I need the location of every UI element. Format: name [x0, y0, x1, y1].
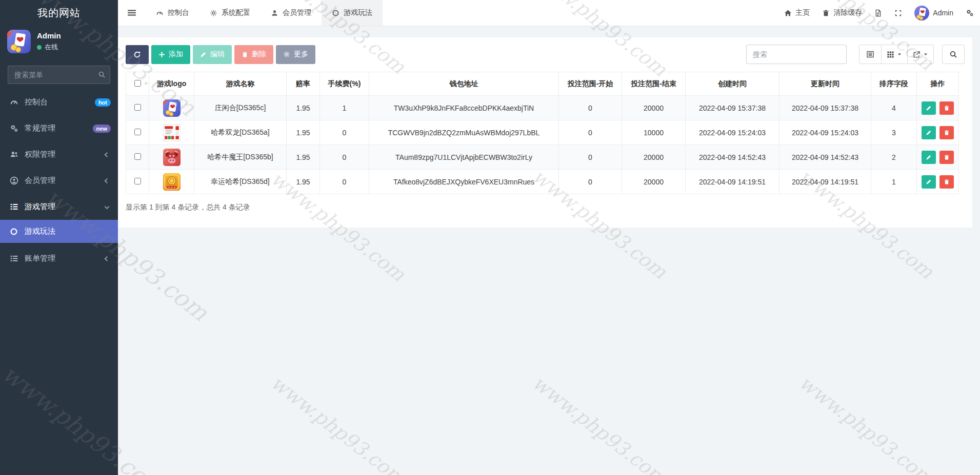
- tachometer-icon: [156, 9, 164, 17]
- columns-toggle-button[interactable]: [882, 45, 908, 64]
- row-edit-button[interactable]: [922, 151, 936, 164]
- tab-members[interactable]: 会员管理: [261, 0, 322, 26]
- avatar: [7, 30, 31, 53]
- language-file-button[interactable]: [874, 9, 882, 17]
- col-header-logo[interactable]: 游戏logo: [149, 72, 194, 96]
- sidebar-item-dashboard[interactable]: 控制台 hot: [0, 89, 118, 115]
- search-submit-button[interactable]: [942, 45, 965, 64]
- col-header-sort[interactable]: 排序字段: [871, 72, 917, 96]
- tab-dashboard[interactable]: 控制台: [146, 0, 199, 26]
- detail-view-button[interactable]: [859, 45, 882, 64]
- online-status-label: 在线: [45, 43, 58, 52]
- row-delete-button[interactable]: [939, 126, 954, 139]
- row-edit-button[interactable]: [922, 126, 936, 139]
- col-header-fee[interactable]: 手续费(%): [320, 72, 369, 96]
- top-navbar: 控制台 系统配置 会员管理 游戏玩法 主页: [118, 0, 980, 26]
- row-edit-button[interactable]: [922, 175, 936, 189]
- tab-system-config[interactable]: 系统配置: [199, 0, 261, 26]
- col-header-created[interactable]: 创建时间: [686, 72, 779, 96]
- table-row: 哈希牛魔王[DS365b] 1.95 0 TAum89zpg7U1LCVjtAp…: [126, 145, 959, 170]
- toolbar-right: [746, 45, 965, 64]
- expand-arrows-icon: [894, 9, 902, 17]
- sort-value: 4: [871, 96, 917, 120]
- refresh-button[interactable]: [126, 45, 149, 64]
- site-title: 我的网站: [0, 0, 118, 26]
- row-delete-button[interactable]: [939, 175, 954, 189]
- col-header-updated[interactable]: 更新时间: [779, 72, 871, 96]
- tab-game-play[interactable]: 游戏玩法: [322, 0, 383, 26]
- bet-range-end: 20000: [622, 145, 686, 170]
- sidebar-item-label: 会员管理: [25, 176, 55, 185]
- delete-button[interactable]: 删除: [234, 45, 273, 64]
- row-checkbox[interactable]: [134, 104, 141, 111]
- created-time: 2022-04-09 15:37:38: [686, 96, 779, 120]
- table-search-input[interactable]: [746, 45, 847, 64]
- wallet-address: TCGWVB9jn2dBZQ2zmMuAsWBMdoj297LbBL: [369, 120, 559, 145]
- home-label: 主页: [795, 8, 810, 17]
- chevron-down-icon: [105, 204, 110, 209]
- select-all-checkbox[interactable]: [134, 80, 141, 87]
- row-delete-button[interactable]: [939, 101, 954, 115]
- avatar: [914, 6, 929, 20]
- sidebar-item-label: 游戏玩法: [25, 226, 55, 236]
- settings-button[interactable]: [966, 9, 974, 17]
- table-row: 庄闲合[DS365c] 1.95 1 TW3uXhP9k8JnFKFa8cceb…: [126, 96, 959, 120]
- sidebar-item-members[interactable]: 会员管理: [0, 168, 118, 194]
- tab-label: 控制台: [168, 8, 189, 17]
- col-header-odds[interactable]: 赔率: [287, 72, 320, 96]
- list-icon: [9, 202, 18, 211]
- updated-time: 2022-04-09 14:52:43: [779, 145, 871, 170]
- row-checkbox[interactable]: [134, 178, 141, 184]
- user-menu[interactable]: Admin: [914, 6, 953, 20]
- updated-time: 2022-04-09 14:19:51: [779, 170, 871, 194]
- export-button[interactable]: [908, 45, 934, 64]
- sidebar-item-general[interactable]: 常规管理 new: [0, 115, 118, 141]
- created-time: 2022-04-09 14:19:51: [686, 170, 779, 194]
- tab-label: 会员管理: [283, 8, 311, 17]
- game-fee: 1: [320, 96, 369, 120]
- sidebar-item-bills[interactable]: 账单管理: [0, 245, 118, 272]
- games-table: 游戏logo 游戏名称 赔率 手续费(%) 钱包地址 投注范围-开始 投注范围-…: [126, 72, 959, 194]
- updated-time: 2022-04-09 15:37:38: [779, 96, 871, 120]
- row-delete-button[interactable]: [939, 151, 954, 164]
- col-header-name[interactable]: 游戏名称: [194, 72, 287, 96]
- game-odds: 1.95: [287, 120, 320, 145]
- main-content: 添加 编辑 删除 更多: [118, 26, 980, 475]
- circle-o-icon: [332, 9, 339, 17]
- baccarat-game-logo: [163, 99, 181, 117]
- sidebar-item-games[interactable]: 游戏管理: [0, 194, 118, 220]
- row-checkbox[interactable]: [134, 129, 141, 135]
- bet-range-end: 10000: [622, 120, 686, 145]
- gear-icon: [210, 9, 217, 17]
- table-row: 哈希双龙[DS365a] 1.95 0 TCGWVB9jn2dBZQ2zmMuA…: [126, 120, 959, 145]
- home-link[interactable]: 主页: [784, 8, 810, 17]
- row-checkbox[interactable]: [134, 153, 141, 160]
- sidebar-item-game-play[interactable]: 游戏玩法: [0, 220, 118, 243]
- game-odds: 1.95: [287, 170, 320, 194]
- col-header-bet-start[interactable]: 投注范围-开始: [559, 72, 622, 96]
- sidebar-item-permissions[interactable]: 权限管理: [0, 141, 118, 168]
- bet-range-start: 0: [559, 145, 622, 170]
- menu-search-input[interactable]: [8, 66, 110, 84]
- game-name: 哈希牛魔王[DS365b]: [194, 145, 287, 170]
- user-meta: Admin 在线: [37, 31, 61, 52]
- toolbar: 添加 编辑 删除 更多: [126, 45, 965, 64]
- fullscreen-button[interactable]: [894, 9, 902, 17]
- edit-button[interactable]: 编辑: [193, 45, 232, 64]
- row-edit-button[interactable]: [922, 101, 936, 115]
- wallet-address: TAum89zpg7U1LCVjtApjbECWBW3to2irLy: [369, 145, 559, 170]
- sidebar-item-label: 权限管理: [25, 150, 55, 159]
- table-panel: 添加 编辑 删除 更多: [118, 37, 972, 228]
- user-panel: Admin 在线: [0, 26, 118, 60]
- add-button[interactable]: 添加: [151, 45, 190, 64]
- created-time: 2022-04-09 14:52:43: [686, 145, 779, 170]
- game-name: 幸运哈希[DS365d]: [194, 170, 287, 194]
- sidebar-menu: 控制台 hot 常规管理 new 权限管理: [0, 89, 118, 272]
- col-header-wallet[interactable]: 钱包地址: [369, 72, 559, 96]
- hamburger-icon[interactable]: [118, 0, 146, 26]
- user-icon: [271, 9, 278, 17]
- more-button[interactable]: 更多: [276, 45, 315, 64]
- col-header-bet-end[interactable]: 投注范围-结束: [622, 72, 686, 96]
- clear-cache-link[interactable]: 清除缓存: [822, 8, 862, 17]
- sidebar-item-label: 账单管理: [25, 254, 55, 263]
